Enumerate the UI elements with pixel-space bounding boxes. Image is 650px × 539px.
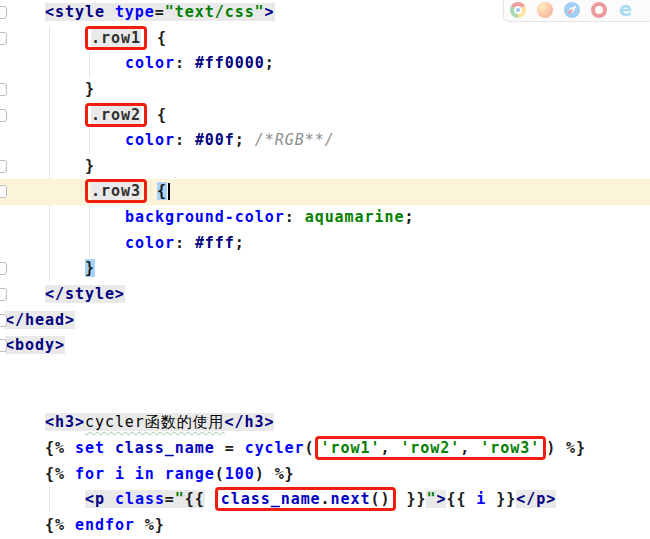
code-token: = (165, 490, 175, 508)
code-token: for (75, 465, 105, 483)
code-token: i (115, 465, 125, 483)
safari-icon[interactable] (564, 2, 580, 18)
gutter-fold-icon[interactable] (0, 6, 7, 19)
code-token: }} (486, 490, 516, 508)
code-token: 100 (225, 465, 255, 483)
code-token (147, 106, 157, 124)
code-token: <p (85, 490, 115, 508)
code-line[interactable]: color: #ff0000; (0, 51, 650, 77)
code-token: {% (45, 439, 75, 457)
code-line[interactable]: .row1 { (0, 26, 650, 52)
code-token: /*RGB**/ (255, 131, 335, 149)
gutter-fold-icon[interactable] (0, 160, 7, 173)
code-line[interactable]: </head> (0, 308, 650, 334)
code-token: color (125, 234, 175, 252)
code-token: class_name (221, 490, 321, 508)
code-token: : (175, 131, 195, 149)
code-line-current[interactable]: .row3 { (0, 179, 650, 205)
gutter-fold-icon[interactable] (0, 339, 7, 352)
code-token: { (157, 29, 167, 47)
code-token: cycler (245, 439, 305, 457)
code-token: <style (45, 3, 115, 21)
code-line[interactable]: {% endfor %} (0, 513, 650, 539)
code-token (147, 29, 157, 47)
code-token: = (155, 3, 165, 21)
code-token: } (85, 157, 95, 175)
code-token: } (85, 80, 95, 98)
code-token (205, 490, 215, 508)
gutter-fold-icon[interactable] (0, 185, 7, 198)
code-token: {{ (446, 490, 476, 508)
code-line[interactable]: .row2 { (0, 103, 650, 129)
code-line[interactable]: color: #fff; (0, 231, 650, 257)
code-token: ; (235, 131, 255, 149)
code-line[interactable]: <h3>cycler函数的使用</h3> (0, 410, 650, 436)
code-token: in (135, 465, 155, 483)
code-token: { (157, 106, 167, 124)
opera-icon[interactable] (591, 2, 607, 18)
code-token: , (380, 439, 400, 457)
code-token: #ff0000 (195, 54, 265, 72)
code-token: </style> (45, 285, 125, 303)
code-token: . (321, 490, 331, 508)
annotation-red-box: .row3 (85, 179, 147, 203)
code-token (105, 465, 115, 483)
code-token: : (175, 54, 195, 72)
gutter-fold-icon[interactable] (0, 314, 7, 327)
code-token: <body> (5, 336, 65, 354)
code-line[interactable]: {% for i in range(100) %} (0, 462, 650, 488)
code-line[interactable] (0, 359, 650, 385)
code-line[interactable]: </style> (0, 282, 650, 308)
code-token: endfor (75, 516, 135, 534)
ie-icon[interactable] (618, 2, 634, 18)
code-token: .row2 (91, 106, 141, 124)
code-token: "text/css" (165, 3, 265, 21)
code-token: () (371, 490, 391, 508)
code-token: {{ (185, 490, 205, 508)
code-token: " (175, 490, 185, 508)
code-line[interactable]: {% set class_name = cycler('row1', 'row2… (0, 436, 650, 462)
code-line[interactable]: } (0, 77, 650, 103)
code-line[interactable]: <p class="{{ class_name.next() }}">{{ i … (0, 487, 650, 513)
code-token: ; (235, 234, 245, 252)
code-area[interactable]: <style type="text/css">.row1 {color: #ff… (0, 0, 650, 538)
code-token: {% (45, 465, 75, 483)
code-token: %} (275, 465, 295, 483)
code-token: .row3 (91, 182, 141, 200)
code-token: aquamarine (305, 208, 405, 226)
code-token: : (285, 208, 305, 226)
code-token: { (157, 182, 167, 200)
gutter-fold-icon[interactable] (0, 109, 7, 122)
code-token: {% (45, 516, 75, 534)
code-line[interactable]: } (0, 256, 650, 282)
code-token: color (125, 54, 175, 72)
gutter-fold-icon[interactable] (0, 262, 7, 275)
code-token: </h3> (225, 413, 275, 431)
code-token: </head> (5, 311, 75, 329)
firefox-icon[interactable] (537, 2, 553, 18)
code-token: ) (255, 465, 275, 483)
code-token: ; (404, 208, 414, 226)
code-line[interactable]: background-color: aquamarine; (0, 205, 650, 231)
code-token: ) (546, 439, 566, 457)
chrome-icon[interactable] (510, 2, 526, 18)
code-token: #00f (195, 131, 235, 149)
code-token: 'row1' (321, 439, 381, 457)
code-token: > (436, 490, 446, 508)
code-line[interactable]: color: #00f; /*RGB**/ (0, 128, 650, 154)
code-token: </p> (516, 490, 556, 508)
code-token: next (331, 490, 371, 508)
code-token (155, 465, 165, 483)
gutter-fold-icon[interactable] (0, 32, 7, 45)
code-token: background-color (125, 208, 285, 226)
code-token: class (115, 490, 165, 508)
gutter-fold-icon[interactable] (0, 288, 7, 301)
code-line[interactable]: } (0, 154, 650, 180)
code-token: }} (396, 490, 426, 508)
code-line[interactable]: <body> (0, 333, 650, 359)
code-token: #fff (195, 234, 235, 252)
code-token (105, 439, 115, 457)
editor-window: <style type="text/css">.row1 {color: #ff… (0, 0, 650, 539)
code-line[interactable] (0, 385, 650, 411)
gutter-fold-icon[interactable] (0, 83, 7, 96)
